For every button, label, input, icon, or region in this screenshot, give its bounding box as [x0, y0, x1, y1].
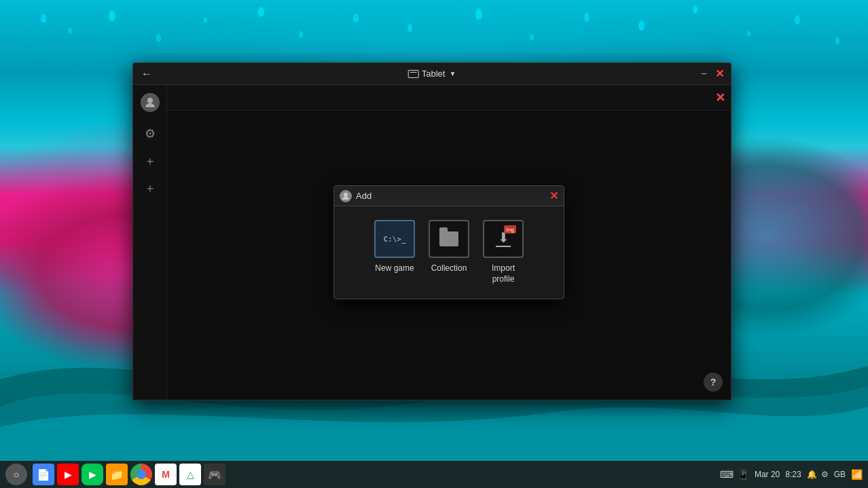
- taskbar: ○ 📄 ▶ ▶ 📁 M △ 🎮 ⌨ 📱 Mar 20 8:23 🔔 ⚙ GB: [0, 461, 868, 488]
- new-game-icon: C:\>_: [374, 220, 415, 258]
- window-icon: [408, 70, 419, 78]
- title-bar-controls: − ✕: [700, 67, 725, 81]
- dialog-title-bar: Add ✕: [334, 186, 564, 206]
- taskbar-app-files[interactable]: 📁: [106, 464, 128, 485]
- new-game-label: New game: [375, 263, 414, 274]
- dialog-title-left: Add: [340, 190, 372, 202]
- window-title: Tablet: [422, 69, 446, 79]
- taskbar-status-icons: ⌨ 📱: [720, 469, 749, 480]
- add-button-2[interactable]: ＋: [139, 177, 161, 199]
- import-shape: img ⬇: [496, 231, 511, 247]
- folder-shape: [439, 231, 458, 246]
- svg-point-1: [344, 193, 348, 197]
- collection-icon: [429, 220, 469, 258]
- chevron-down-icon: ▼: [449, 70, 456, 77]
- dialog-title: Add: [356, 191, 372, 201]
- import-profile-option[interactable]: img ⬇ Import profile: [480, 217, 526, 287]
- question-mark-icon: ?: [710, 377, 717, 388]
- title-bar-center: Tablet ▼: [408, 69, 456, 79]
- import-icon: img ⬇: [483, 220, 524, 258]
- plus-icon-2: ＋: [144, 180, 156, 196]
- launcher-button[interactable]: ○: [5, 464, 27, 485]
- docs-icon: 📄: [37, 468, 50, 481]
- wifi-icon: 📶: [851, 469, 863, 480]
- taskbar-app-playstore[interactable]: ▶: [82, 464, 103, 485]
- playstore-icon: ▶: [89, 469, 96, 480]
- taskbar-app-game[interactable]: 🎮: [204, 464, 225, 485]
- sidebar: ⚙ ＋ ＋: [133, 85, 167, 400]
- settings-icon: ⚙: [145, 126, 156, 141]
- add-dialog: Add ✕ C:\>_ New game: [333, 185, 564, 299]
- settings-button[interactable]: ⚙: [139, 123, 161, 145]
- taskbar-app-gmail[interactable]: M: [155, 464, 177, 485]
- content-area: ⚙ ＋ ＋ ✕: [133, 85, 731, 400]
- dialog-close-button[interactable]: ✕: [549, 191, 558, 202]
- tablet-icon: 📱: [738, 469, 749, 480]
- dialog-content: C:\>_ New game Collection: [334, 206, 564, 298]
- notification-icon: 🔔: [807, 470, 817, 479]
- close-button[interactable]: ✕: [714, 67, 725, 81]
- new-game-option[interactable]: C:\>_ New game: [372, 217, 418, 287]
- date-label: Mar 20: [755, 470, 780, 479]
- taskbar-app-docs[interactable]: 📄: [33, 464, 54, 485]
- dialog-avatar: [340, 190, 352, 202]
- game-icon: 🎮: [208, 468, 221, 481]
- settings-status-icon: ⚙: [821, 470, 829, 479]
- minimize-button[interactable]: −: [700, 67, 708, 81]
- time-label: 8:23: [785, 470, 801, 479]
- battery-label: GB: [834, 470, 846, 479]
- collection-option[interactable]: Collection: [426, 217, 472, 287]
- collection-label: Collection: [431, 263, 467, 274]
- taskbar-app-drive[interactable]: △: [179, 464, 201, 485]
- youtube-icon: ▶: [65, 469, 72, 480]
- files-icon: 📁: [110, 468, 124, 481]
- taskbar-app-chrome[interactable]: [130, 464, 152, 485]
- import-profile-label: Import profile: [492, 263, 515, 284]
- gmail-icon: M: [162, 469, 170, 480]
- app-window: ← Tablet ▼ − ✕ ⚙ ＋: [132, 62, 731, 400]
- add-button-1[interactable]: ＋: [139, 150, 161, 172]
- launcher-icon: ○: [14, 469, 19, 480]
- taskbar-right: ⌨ 📱 Mar 20 8:23 🔔 ⚙ GB 📶: [720, 469, 863, 480]
- taskbar-sys-icons: 🔔 ⚙: [807, 470, 829, 479]
- main-area: ✕ Add: [167, 85, 731, 400]
- title-bar: ← Tablet ▼ − ✕: [133, 63, 731, 85]
- taskbar-app-youtube[interactable]: ▶: [57, 464, 79, 485]
- title-bar-left: ←: [139, 67, 155, 81]
- plus-icon-1: ＋: [144, 153, 156, 169]
- modal-overlay: Add ✕ C:\>_ New game: [167, 85, 731, 400]
- back-button[interactable]: ←: [139, 67, 155, 81]
- keyboard-icon: ⌨: [720, 469, 734, 480]
- img-badge: img: [504, 225, 516, 233]
- drive-icon: △: [187, 469, 194, 480]
- help-button[interactable]: ?: [704, 373, 723, 392]
- svg-point-0: [147, 98, 153, 103]
- avatar: [141, 93, 160, 112]
- import-line: [496, 246, 511, 247]
- chrome-icon: [137, 470, 146, 479]
